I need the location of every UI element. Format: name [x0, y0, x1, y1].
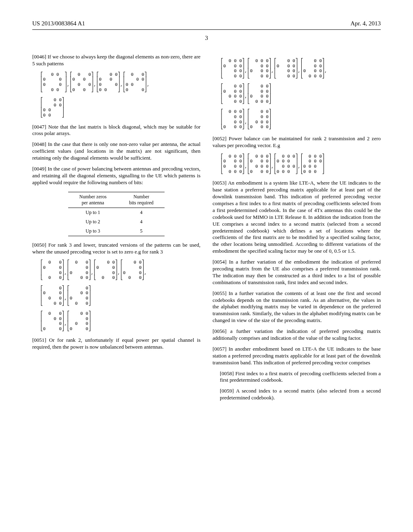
- paragraph-0057: [0057] In another embodiment based on LT…: [213, 346, 381, 366]
- matrix-set-diagonal-nonzero: ⎡ 0 0 ⎤ ⎡ 0 0⎤ ⎡ 0 0⎤ ⎡ 0 0⎤ ⎢0 0 ⎥ ⎢0 0…: [40, 72, 200, 118]
- paragraph-0053: [0053] An embodiment is a system like LT…: [213, 180, 381, 255]
- publication-date: Apr. 4, 2013: [350, 20, 381, 27]
- table-row: Up to 1 4: [68, 208, 165, 217]
- left-column: [0046] If we choose to always keep the d…: [32, 54, 200, 405]
- paragraph-0055: [0055] In a further variation the conten…: [213, 290, 381, 324]
- table-cell: Up to 3: [68, 227, 118, 236]
- page-number: 3: [32, 35, 381, 42]
- two-column-layout: [0046] If we choose to always keep the d…: [32, 54, 381, 405]
- matrix-set-rank2-unbalanced: ⎡ 0 0 0⎤ ⎡ 0 0 0⎤ ⎡ 0 0⎤ ⎡ 0 0⎤ ⎢0 0 0⎥ …: [221, 58, 381, 130]
- table-header-zeros: Number zeros per antenna: [68, 192, 118, 208]
- paragraph-0051: [0051] Or for rank 2, unfortunately if e…: [32, 337, 200, 351]
- matrix-set-rank3: ⎡ 0 0⎤ ⎡ 0 0⎤ ⎡ 0 0⎤ ⎡ 0 0⎤ ⎢0 0⎥ ⎢ 0⎥ ⎢…: [40, 260, 200, 331]
- paragraph-0047: [0047] Note that the last matrix is bloc…: [32, 124, 200, 137]
- right-column: ⎡ 0 0 0⎤ ⎡ 0 0 0⎤ ⎡ 0 0⎤ ⎡ 0 0⎤ ⎢0 0 0⎥ …: [213, 54, 381, 405]
- table-cell: 4: [118, 208, 165, 217]
- paragraph-0050: [0050] For rank 3 and lower, truncated v…: [32, 242, 200, 256]
- paragraph-0059: [0059] A second index to a second matrix…: [213, 388, 381, 401]
- publication-number: US 2013/0083864 A1: [32, 20, 85, 27]
- table-row: Up to 2 4: [68, 217, 165, 227]
- table-cell: Up to 1: [68, 208, 118, 217]
- paragraph-0048: [0048] In the case that there is only on…: [32, 141, 200, 162]
- paragraph-0054: [0054] In a further variation of the emb…: [213, 259, 381, 286]
- paragraph-0046: [0046] If we choose to always keep the d…: [32, 54, 200, 67]
- table-row: Up to 3 5: [68, 227, 165, 236]
- table-header-bits: Number bits required: [118, 192, 165, 208]
- header-rule: [32, 29, 381, 30]
- table-cell: 5: [118, 227, 165, 236]
- paragraph-0049: [0049] In the case of power balancing be…: [32, 166, 200, 186]
- paragraph-0058: [0058] First index to a first matrix of …: [213, 370, 381, 384]
- bits-required-table: Number zeros per antenna Number bits req…: [68, 192, 165, 236]
- table-cell: Up to 2: [68, 217, 118, 227]
- table-cell: 4: [118, 217, 165, 227]
- paragraph-0056: [0056] a further variation the indicatio…: [213, 328, 381, 342]
- paragraph-0052: [0052] Power balance can be maintained f…: [213, 135, 381, 149]
- matrix-set-rank2-balanced: ⎡ 0 0 0⎤ ⎡ 0 0 0⎤ ⎡ 0 0 0⎤ ⎡ 0 0 0⎤ ⎢0 0…: [221, 154, 381, 175]
- page-header: US 2013/0083864 A1 Apr. 4, 2013: [32, 20, 381, 27]
- patent-page: US 2013/0083864 A1 Apr. 4, 2013 3 [0046]…: [0, 0, 413, 422]
- table-header-row: Number zeros per antenna Number bits req…: [68, 192, 165, 208]
